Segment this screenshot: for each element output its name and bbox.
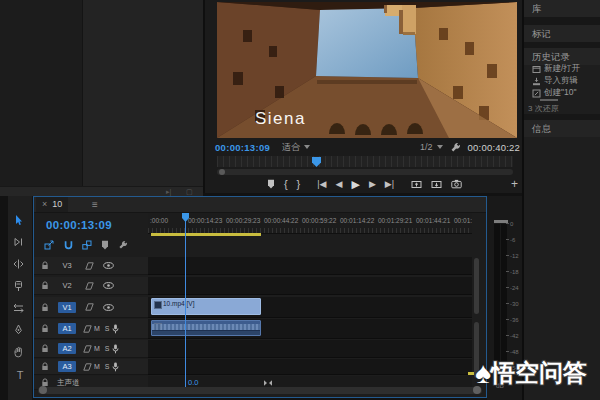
mark-out-button[interactable]: } bbox=[297, 177, 301, 191]
voiceover-mic-icon[interactable] bbox=[112, 344, 119, 354]
sync-lock-icon[interactable] bbox=[85, 303, 94, 311]
mute-button[interactable]: M bbox=[92, 325, 102, 332]
audio-clip[interactable] bbox=[151, 320, 261, 336]
library-panel-tab[interactable]: 库 bbox=[524, 0, 600, 17]
pen-tool[interactable] bbox=[13, 324, 27, 340]
track-lane-v1[interactable]: 10.mp4 [V] bbox=[148, 297, 472, 318]
program-scrubber[interactable] bbox=[217, 156, 513, 167]
history-item-label: 导入剪辑 bbox=[544, 75, 578, 87]
program-video-viewport[interactable]: Siena bbox=[217, 2, 517, 138]
timeline-tab[interactable]: × 10 bbox=[36, 197, 68, 212]
track-target-a3[interactable]: A3 bbox=[58, 361, 76, 372]
timeline-toolbar bbox=[44, 239, 128, 251]
type-tool[interactable]: T bbox=[13, 368, 27, 384]
voiceover-mic-icon[interactable] bbox=[112, 324, 119, 334]
go-to-in-button[interactable]: |◀ bbox=[317, 177, 326, 191]
sync-lock-icon[interactable] bbox=[85, 282, 94, 290]
undo-count-status: 3 次还原 bbox=[528, 103, 559, 114]
lift-icon[interactable] bbox=[411, 179, 422, 189]
track-select-forward-tool[interactable] bbox=[13, 236, 27, 252]
program-zoom-scrollbar[interactable] bbox=[217, 169, 513, 175]
extract-icon[interactable] bbox=[431, 179, 442, 189]
program-timecode[interactable]: 00:00:13:09 bbox=[215, 142, 270, 153]
track-lane-v2[interactable] bbox=[148, 277, 472, 295]
lock-icon[interactable] bbox=[41, 362, 49, 371]
track-lane-a3[interactable] bbox=[148, 359, 472, 375]
slip-tool[interactable] bbox=[13, 302, 27, 318]
add-marker-icon[interactable] bbox=[267, 179, 275, 189]
program-playhead[interactable] bbox=[312, 157, 321, 167]
toggle-track-output-eye-icon[interactable] bbox=[103, 304, 114, 311]
panel-menu-icon[interactable]: ≡ bbox=[92, 197, 98, 212]
track-lane-a1[interactable] bbox=[148, 319, 472, 339]
toggle-track-output-eye-icon[interactable] bbox=[103, 282, 114, 289]
settings-wrench-icon[interactable] bbox=[450, 142, 461, 153]
sync-lock-icon[interactable] bbox=[85, 262, 94, 270]
info-panel-tab[interactable]: 信息 bbox=[524, 120, 600, 137]
export-frame-camera-icon[interactable] bbox=[451, 179, 462, 189]
track-lane-v3[interactable] bbox=[148, 257, 472, 275]
fx-badge bbox=[154, 301, 162, 309]
meter-tick: -48 bbox=[510, 349, 522, 355]
add-marker-icon[interactable] bbox=[101, 240, 109, 250]
master-level-value[interactable]: 0.0 bbox=[188, 378, 198, 387]
track-target-a2[interactable]: A2 bbox=[58, 343, 76, 354]
nest-toggle-icon[interactable] bbox=[44, 240, 54, 250]
mute-button[interactable]: M bbox=[92, 363, 102, 370]
mute-button[interactable]: M bbox=[92, 345, 102, 352]
timeline-ruler[interactable]: :00:00 00:00:14:23 00:00:29:23 00:00:44:… bbox=[148, 213, 472, 234]
track-target-v1[interactable]: V1 bbox=[58, 302, 76, 313]
solo-button[interactable]: S bbox=[102, 363, 112, 370]
history-item-import[interactable]: 导入剪辑 bbox=[532, 75, 600, 87]
fit-mode-dropdown[interactable]: 适合 bbox=[282, 141, 310, 154]
voiceover-mic-icon[interactable] bbox=[112, 362, 119, 372]
zoom-handle-left[interactable] bbox=[39, 386, 47, 394]
history-item-create[interactable]: 创建"10" bbox=[532, 87, 600, 99]
hand-tool[interactable] bbox=[13, 346, 27, 362]
razor-tool[interactable] bbox=[13, 280, 27, 296]
sync-lock-icon[interactable] bbox=[83, 363, 92, 371]
track-target-v2[interactable]: V2 bbox=[58, 280, 76, 291]
lock-icon[interactable] bbox=[41, 324, 49, 333]
timeline-horizontal-scrollbar[interactable] bbox=[38, 387, 482, 394]
chevron-down-icon bbox=[304, 145, 310, 149]
track-target-a1[interactable]: A1 bbox=[58, 323, 76, 334]
linked-selection-icon[interactable] bbox=[82, 240, 92, 250]
video-clip[interactable]: 10.mp4 [V] bbox=[151, 298, 261, 315]
toggle-track-output-eye-icon[interactable] bbox=[103, 262, 114, 269]
lock-icon[interactable] bbox=[41, 261, 49, 270]
resolution-dropdown[interactable]: 1/2 bbox=[420, 142, 443, 152]
snap-magnet-icon[interactable] bbox=[63, 240, 73, 250]
markers-panel-tab[interactable]: 标记 bbox=[524, 25, 600, 42]
close-icon[interactable]: × bbox=[42, 197, 47, 212]
collapse-track-icon[interactable] bbox=[263, 379, 273, 387]
new-open-icon bbox=[532, 65, 541, 74]
history-scroll-thumb[interactable] bbox=[540, 99, 558, 101]
video-tracks-scrollbar[interactable] bbox=[474, 258, 479, 314]
lock-icon[interactable] bbox=[41, 344, 49, 353]
scrollbar-knob-left[interactable] bbox=[219, 169, 225, 175]
lock-icon[interactable] bbox=[41, 303, 49, 312]
timeline-settings-wrench-icon[interactable] bbox=[118, 240, 128, 250]
go-to-out-button[interactable]: ▶| bbox=[385, 177, 394, 191]
sync-lock-icon[interactable] bbox=[83, 325, 92, 333]
timeline-playhead-line[interactable] bbox=[185, 213, 186, 387]
solo-button[interactable]: S bbox=[102, 325, 112, 332]
right-dock-panel: 库 标记 历史记录 新建/打开 导入剪辑 创建"10" 3 次还原 信息 bbox=[522, 0, 600, 400]
panel-footer-export-icon[interactable]: ▢ bbox=[186, 188, 193, 196]
sync-lock-icon[interactable] bbox=[83, 345, 92, 353]
mark-in-button[interactable]: { bbox=[284, 177, 288, 191]
selection-tool[interactable] bbox=[13, 214, 27, 230]
timeline-timecode[interactable]: 00:00:13:09 bbox=[46, 219, 112, 231]
lock-icon[interactable] bbox=[41, 281, 49, 290]
track-lane-a2[interactable] bbox=[148, 340, 472, 358]
ripple-edit-tool[interactable] bbox=[13, 258, 27, 274]
button-editor-plus[interactable]: + bbox=[511, 177, 518, 191]
track-target-v3[interactable]: V3 bbox=[58, 260, 76, 271]
play-button[interactable]: ▶ bbox=[351, 177, 359, 191]
step-back-button[interactable]: ◀ bbox=[336, 177, 343, 191]
solo-button[interactable]: S bbox=[102, 345, 112, 352]
panel-footer-play-icon[interactable]: ▸| bbox=[166, 188, 171, 196]
step-forward-button[interactable]: ▶ bbox=[369, 177, 376, 191]
history-item-new-open[interactable]: 新建/打开 bbox=[532, 63, 600, 75]
